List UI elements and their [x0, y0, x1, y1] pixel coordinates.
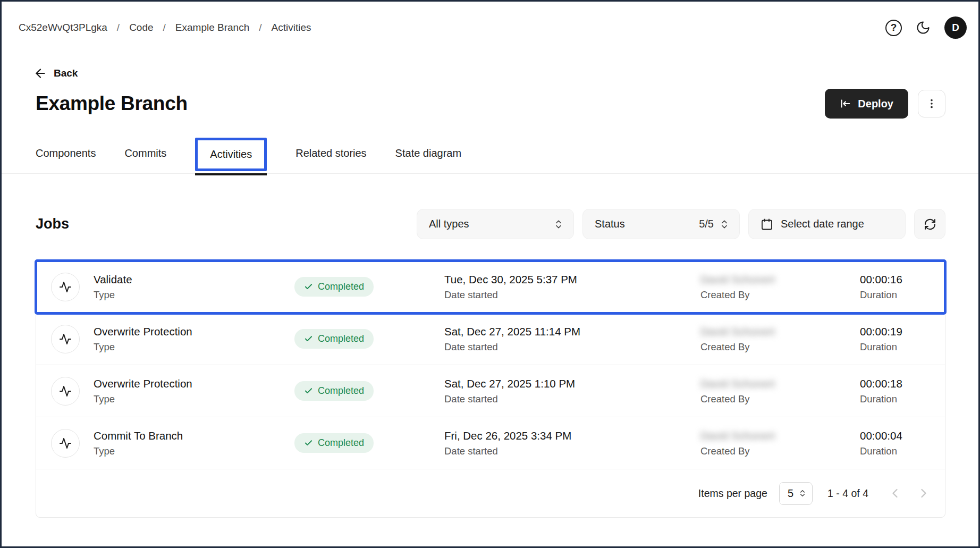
activity-icon [51, 273, 80, 301]
duration-label: Duration [860, 445, 945, 457]
deploy-button[interactable]: Deploy [825, 89, 908, 119]
tab-related-stories[interactable]: Related stories [295, 147, 366, 162]
refresh-button[interactable] [914, 209, 945, 239]
back-label: Back [54, 68, 78, 79]
job-duration: 00:00:19 [860, 325, 945, 338]
job-creator: David Schonert [700, 273, 860, 286]
moon-icon [916, 20, 931, 35]
breadcrumb-separator: / [163, 22, 166, 33]
status-filter-label: Status [595, 218, 625, 230]
topbar-actions: ? D [885, 16, 967, 39]
page-header: Example Branch Deploy [2, 80, 978, 119]
job-date: Sat, Dec 27, 2025 1:10 PM [444, 377, 700, 390]
chevron-left-icon [888, 486, 902, 501]
activity-icon [51, 429, 80, 458]
theme-toggle-button[interactable] [916, 20, 931, 35]
breadcrumb: Cx52eWvQt3PLgka / Code / Example Branch … [19, 22, 311, 33]
chevron-right-icon [916, 486, 931, 501]
job-name: Overwrite Protection [94, 377, 192, 390]
check-icon [304, 386, 313, 395]
arrow-left-icon [33, 66, 47, 80]
status-badge: Completed [294, 433, 374, 453]
job-status-cell: Completed [294, 329, 444, 349]
app-window: Cx52eWvQt3PLgka / Code / Example Branch … [0, 0, 980, 548]
status-filter-count: 5/5 [699, 218, 714, 230]
duration-label: Duration [860, 289, 945, 301]
help-button[interactable]: ? [885, 20, 902, 36]
check-icon [304, 439, 313, 448]
previous-page-button[interactable] [888, 486, 902, 501]
more-options-button[interactable] [918, 90, 945, 117]
job-date-cell: Tue, Dec 30, 2025 5:37 PM Date started [444, 273, 700, 301]
job-duration-cell: 00:00:16 Duration [860, 273, 945, 301]
tab-components[interactable]: Components [36, 147, 96, 162]
refresh-icon [924, 218, 936, 231]
status-badge-label: Completed [318, 333, 364, 344]
job-duration-cell: 00:00:18 Duration [860, 377, 945, 405]
deploy-label: Deploy [858, 98, 893, 110]
job-name: Commit To Branch [94, 429, 183, 442]
duration-label: Duration [860, 341, 945, 353]
job-type-label: Type [94, 289, 132, 301]
jobs-heading: Jobs [36, 216, 69, 232]
job-row-commit-to-branch[interactable]: Commit To Branch Type Completed Fri, Dec… [36, 417, 945, 469]
type-filter-value: All types [429, 218, 469, 230]
created-by-label: Created By [700, 289, 860, 301]
items-per-page-value: 5 [788, 487, 793, 500]
date-started-label: Date started [444, 289, 700, 301]
breadcrumb-separator: / [259, 22, 261, 33]
job-creator: David Schonert [700, 429, 860, 442]
job-date: Sat, Dec 27, 2025 11:14 PM [444, 325, 700, 338]
job-name-cell: Validate Type [51, 273, 294, 301]
job-name-cell: Commit To Branch Type [51, 429, 294, 458]
jobs-table: Validate Type Completed Tue, Dec 30, 202… [36, 260, 945, 518]
job-creator: David Schonert [700, 325, 860, 338]
created-by-label: Created By [700, 341, 860, 353]
type-filter-select[interactable]: All types [417, 209, 574, 239]
deploy-icon [840, 98, 851, 109]
job-creator-cell: David Schonert Created By [700, 429, 860, 457]
status-badge-label: Completed [318, 437, 364, 449]
breadcrumb-project[interactable]: Cx52eWvQt3PLgka [19, 22, 107, 33]
job-date-cell: Fri, Dec 26, 2025 3:34 PM Date started [444, 429, 700, 457]
job-duration: 00:00:16 [860, 273, 945, 286]
chevron-up-down-icon [719, 219, 730, 230]
breadcrumb-activities[interactable]: Activities [272, 22, 311, 33]
jobs-header: Jobs All types Status 5/5 Select date ra… [2, 209, 978, 239]
tab-activities[interactable]: Activities [195, 138, 267, 171]
kebab-menu-icon [926, 98, 937, 109]
date-range-placeholder: Select date range [781, 218, 864, 230]
job-row-overwrite-protection[interactable]: Overwrite Protection Type Completed Sat,… [36, 313, 945, 365]
duration-label: Duration [860, 393, 945, 405]
job-duration-cell: 00:00:19 Duration [860, 325, 945, 353]
activity-icon [51, 377, 80, 406]
job-name-cell: Overwrite Protection Type [51, 377, 294, 406]
job-name: Overwrite Protection [94, 325, 192, 338]
top-bar: Cx52eWvQt3PLgka / Code / Example Branch … [2, 2, 978, 39]
items-per-page-label: Items per page [698, 487, 767, 500]
pagination-bar: Items per page 5 1 - 4 of 4 [36, 469, 945, 517]
job-status-cell: Completed [294, 433, 444, 453]
date-started-label: Date started [444, 445, 700, 457]
calendar-icon [761, 218, 773, 231]
date-range-picker[interactable]: Select date range [748, 209, 906, 239]
job-type-label: Type [94, 393, 192, 405]
status-badge: Completed [294, 277, 374, 297]
job-row-validate[interactable]: Validate Type Completed Tue, Dec 30, 202… [36, 261, 945, 313]
tab-commits[interactable]: Commits [124, 147, 166, 162]
job-type-label: Type [94, 341, 192, 353]
tab-state-diagram[interactable]: State diagram [395, 147, 462, 162]
breadcrumb-code[interactable]: Code [129, 22, 153, 33]
status-filter-select[interactable]: Status 5/5 [582, 209, 740, 239]
user-avatar[interactable]: D [944, 16, 967, 39]
next-page-button[interactable] [916, 486, 931, 501]
chevron-up-down-icon [553, 219, 564, 230]
status-badge: Completed [294, 329, 374, 349]
items-per-page-select[interactable]: 5 [779, 482, 813, 505]
tab-bar: Components Commits Activities Related st… [2, 136, 978, 174]
pagination-nav [888, 486, 931, 501]
job-row-overwrite-protection[interactable]: Overwrite Protection Type Completed Sat,… [36, 365, 945, 417]
job-date: Tue, Dec 30, 2025 5:37 PM [444, 273, 700, 286]
breadcrumb-branch[interactable]: Example Branch [175, 22, 249, 33]
back-button[interactable]: Back [33, 66, 78, 80]
